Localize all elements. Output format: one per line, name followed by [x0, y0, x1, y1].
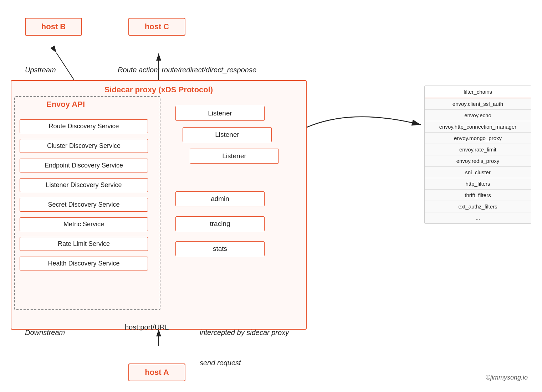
- stats-item: stats: [175, 241, 265, 256]
- filter-item-4: envoy.rate_limit: [425, 144, 531, 155]
- host-c-box: host C: [128, 18, 185, 36]
- listener-3: Listener: [190, 149, 279, 164]
- filter-item-1: envoy.echo: [425, 110, 531, 121]
- service-listener-discovery: Listener Discovery Service: [20, 178, 148, 192]
- admin-item: admin: [175, 191, 265, 206]
- filter-chains-header: filter_chains: [425, 86, 531, 98]
- service-rate-limit: Rate Limit Service: [20, 237, 148, 251]
- filter-item-9: ext_authz_filters: [425, 201, 531, 212]
- filter-item-8: thrift_filters: [425, 190, 531, 201]
- listener-1: Listener: [175, 106, 265, 121]
- sidecar-title: Sidecar proxy (xDS Protocol): [11, 81, 306, 97]
- host-b-label: host B: [41, 22, 66, 31]
- service-cluster-discovery: Cluster Discovery Service: [20, 139, 148, 153]
- filter-item-2: envoy.http_connection_manager: [425, 121, 531, 133]
- envoy-api-title: Envoy API: [46, 100, 85, 109]
- host-port-label: host:port/URL: [125, 323, 169, 331]
- route-action-label: Route action: route/redirect/direct_resp…: [118, 66, 256, 74]
- service-health-discovery: Health Discovery Service: [20, 257, 148, 270]
- svg-line-3: [56, 53, 75, 81]
- service-metric: Metric Service: [20, 217, 148, 231]
- service-endpoint-discovery: Endpoint Discovery Service: [20, 159, 148, 172]
- filter-item-7: http_filters: [425, 178, 531, 190]
- host-a-label: host A: [145, 368, 169, 377]
- filter-item-10: ...: [425, 212, 531, 223]
- filter-chains-box: filter_chains envoy.client_ssl_auth envo…: [424, 86, 531, 224]
- filter-item-5: envoy.redis_proxy: [425, 155, 531, 167]
- tracing-item: tracing: [175, 216, 265, 231]
- filter-item-3: envoy.mongo_proxy: [425, 133, 531, 144]
- host-a-box: host A: [128, 363, 185, 381]
- downstream-label: Downstream: [25, 329, 65, 337]
- diagram-container: host B host C Upstream Route action: rou…: [0, 0, 542, 392]
- service-secret-discovery: Secret Discovery Service: [20, 198, 148, 212]
- filter-item-0: envoy.client_ssl_auth: [425, 98, 531, 110]
- listener-2: Listener: [183, 127, 272, 142]
- host-c-label: host C: [145, 22, 169, 31]
- intercepted-label: intercepted by sidecar proxy: [200, 329, 289, 337]
- service-route-discovery: Route Discovery Service: [20, 119, 148, 133]
- copyright-label: ©jimmysong.io: [486, 374, 528, 381]
- upstream-label: Upstream: [25, 66, 56, 74]
- host-b-box: host B: [25, 18, 82, 36]
- filter-item-6: sni_cluster: [425, 167, 531, 178]
- send-request-label: send request: [200, 359, 241, 367]
